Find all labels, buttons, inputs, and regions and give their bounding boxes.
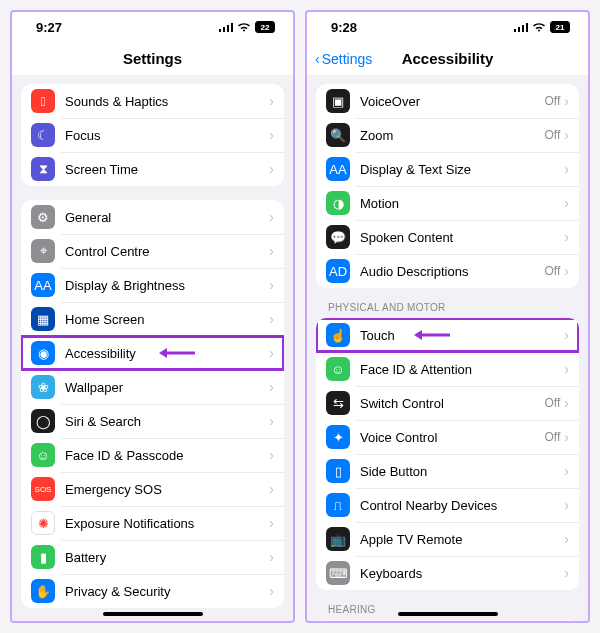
row-zoom[interactable]: 🔍ZoomOff› — [316, 118, 579, 152]
row-apple-tv-remote[interactable]: 📺Apple TV Remote› — [316, 522, 579, 556]
row-sounds-haptics[interactable]: 􀊠Sounds & Haptics› — [21, 84, 284, 118]
row-label: Control Centre — [65, 244, 269, 259]
back-label: Settings — [322, 51, 373, 67]
voiceover-icon: ▣ — [326, 89, 350, 113]
svg-rect-7 — [518, 27, 520, 32]
svg-rect-9 — [526, 23, 528, 32]
row-audio-descriptions[interactable]: ADAudio DescriptionsOff› — [316, 254, 579, 288]
speaker-icon: 􀊠 — [31, 89, 55, 113]
chevron-right-icon: › — [269, 583, 274, 599]
home-indicator[interactable] — [398, 612, 498, 616]
accessibility-list[interactable]: ▣VoiceOverOff›🔍ZoomOff›AADisplay & Text … — [307, 76, 588, 621]
row-value: Off — [545, 94, 561, 108]
chevron-right-icon: › — [269, 345, 274, 361]
chevron-right-icon: › — [269, 277, 274, 293]
row-focus[interactable]: ☾Focus› — [21, 118, 284, 152]
chevron-right-icon: › — [564, 497, 569, 513]
chevron-right-icon: › — [269, 127, 274, 143]
settings-list[interactable]: 􀊠Sounds & Haptics›☾Focus›⧗Screen Time›⚙G… — [12, 76, 293, 621]
zoom-icon: 🔍 — [326, 123, 350, 147]
signal-icon — [514, 20, 528, 35]
svg-rect-1 — [223, 27, 225, 32]
faceid-icon: ☺ — [326, 357, 350, 381]
row-label: Focus — [65, 128, 269, 143]
chevron-right-icon: › — [269, 379, 274, 395]
row-face-id-attention[interactable]: ☺Face ID & Attention› — [316, 352, 579, 386]
settings-group: ▣VoiceOverOff›🔍ZoomOff›AADisplay & Text … — [316, 84, 579, 288]
hourglass-icon: ⧗ — [31, 157, 55, 181]
row-privacy-security[interactable]: ✋Privacy & Security› — [21, 574, 284, 608]
battery-icon: ▮ — [31, 545, 55, 569]
phone-settings: 9:27 22 Settings 􀊠Sounds & Haptics›☾Focu… — [10, 10, 295, 623]
chevron-right-icon: › — [564, 531, 569, 547]
row-accessibility[interactable]: ◉Accessibility› — [21, 336, 284, 370]
back-button[interactable]: ‹ Settings — [315, 51, 372, 67]
status-indicators: 21 — [514, 20, 570, 35]
row-value: Off — [545, 430, 561, 444]
svg-rect-3 — [231, 23, 233, 32]
row-voiceover[interactable]: ▣VoiceOverOff› — [316, 84, 579, 118]
spoken-icon: 💬 — [326, 225, 350, 249]
row-label: Battery — [65, 550, 269, 565]
status-time: 9:27 — [36, 20, 62, 35]
audio-desc-icon: AD — [326, 259, 350, 283]
row-control-centre[interactable]: ⌖Control Centre› — [21, 234, 284, 268]
svg-rect-8 — [522, 25, 524, 32]
row-label: Switch Control — [360, 396, 545, 411]
settings-group: 􀊠Sounds & Haptics›☾Focus›⧗Screen Time› — [21, 84, 284, 186]
apps-icon: ▦ — [31, 307, 55, 331]
row-label: Keyboards — [360, 566, 564, 581]
wallpaper-icon: ❀ — [31, 375, 55, 399]
row-label: Apple TV Remote — [360, 532, 564, 547]
tv-remote-icon: 📺 — [326, 527, 350, 551]
chevron-right-icon: › — [564, 161, 569, 177]
row-home-screen[interactable]: ▦Home Screen› — [21, 302, 284, 336]
voice-icon: ✦ — [326, 425, 350, 449]
row-siri-search[interactable]: ◯Siri & Search› — [21, 404, 284, 438]
settings-group: 👂Hearing Devices› — [316, 620, 579, 621]
row-label: Display & Text Size — [360, 162, 564, 177]
chevron-right-icon: › — [564, 565, 569, 581]
row-label: Siri & Search — [65, 414, 269, 429]
accessibility-icon: ◉ — [31, 341, 55, 365]
row-motion[interactable]: ◑Motion› — [316, 186, 579, 220]
row-screen-time[interactable]: ⧗Screen Time› — [21, 152, 284, 186]
row-spoken-content[interactable]: 💬Spoken Content› — [316, 220, 579, 254]
row-display-text-size[interactable]: AADisplay & Text Size› — [316, 152, 579, 186]
row-display-brightness[interactable]: AADisplay & Brightness› — [21, 268, 284, 302]
sos-icon: SOS — [31, 477, 55, 501]
row-wallpaper[interactable]: ❀Wallpaper› — [21, 370, 284, 404]
home-indicator[interactable] — [103, 612, 203, 616]
text-size-icon: AA — [31, 273, 55, 297]
chevron-right-icon: › — [269, 413, 274, 429]
chevron-right-icon: › — [564, 263, 569, 279]
row-general[interactable]: ⚙General› — [21, 200, 284, 234]
row-face-id-passcode[interactable]: ☺Face ID & Passcode› — [21, 438, 284, 472]
chevron-right-icon: › — [269, 161, 274, 177]
row-label: Emergency SOS — [65, 482, 269, 497]
row-emergency-sos[interactable]: SOSEmergency SOS› — [21, 472, 284, 506]
row-value: Off — [545, 128, 561, 142]
row-side-button[interactable]: ▯Side Button› — [316, 454, 579, 488]
chevron-right-icon: › — [564, 395, 569, 411]
row-hearing-devices[interactable]: 👂Hearing Devices› — [316, 620, 579, 621]
battery-icon: 21 — [550, 21, 570, 33]
row-control-nearby-devices[interactable]: ⎍Control Nearby Devices› — [316, 488, 579, 522]
row-label: Touch — [360, 328, 564, 343]
exposure-icon: ✺ — [31, 511, 55, 535]
row-touch[interactable]: ☝Touch› — [316, 318, 579, 352]
row-exposure-notifications[interactable]: ✺Exposure Notifications› — [21, 506, 284, 540]
page-title: Accessibility — [402, 50, 494, 67]
motion-icon: ◑ — [326, 191, 350, 215]
row-voice-control[interactable]: ✦Voice ControlOff› — [316, 420, 579, 454]
switch-icon: ⇆ — [326, 391, 350, 415]
switches-icon: ⌖ — [31, 239, 55, 263]
moon-icon: ☾ — [31, 123, 55, 147]
chevron-right-icon: › — [564, 327, 569, 343]
row-switch-control[interactable]: ⇆Switch ControlOff› — [316, 386, 579, 420]
row-value: Off — [545, 396, 561, 410]
status-bar: 9:27 22 — [12, 12, 293, 42]
status-bar: 9:28 21 — [307, 12, 588, 42]
row-battery[interactable]: ▮Battery› — [21, 540, 284, 574]
row-keyboards[interactable]: ⌨Keyboards› — [316, 556, 579, 590]
